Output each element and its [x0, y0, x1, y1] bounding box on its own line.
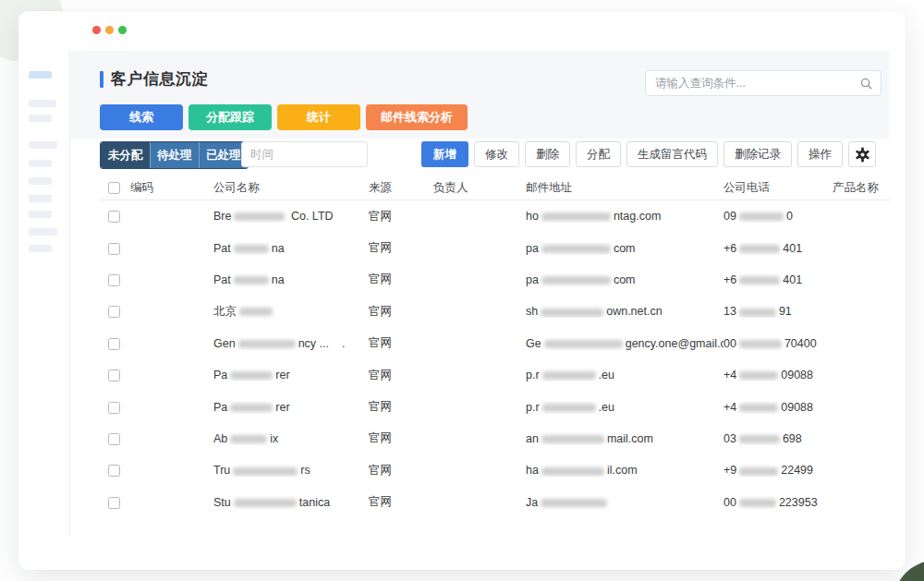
cell-phone: +409088 [723, 401, 833, 414]
status-filter: 未分配待处理已处理 [100, 141, 249, 169]
cell-company: 北京 [213, 304, 369, 320]
delete-button[interactable]: 删除 [525, 141, 570, 167]
window-controls [92, 26, 127, 34]
table-row: Trurs官网hail.com+922499 [100, 454, 890, 486]
sidebar-skeleton [18, 11, 69, 570]
redacted-text [739, 404, 778, 412]
cell-source: 官网 [369, 335, 433, 351]
redacted-text [739, 212, 784, 221]
cell-company: Parer [213, 369, 369, 381]
cell-email: p.r.eu [526, 369, 723, 381]
nav-button-assign-track[interactable]: 分配跟踪 [188, 104, 272, 130]
search-icon[interactable] [859, 77, 873, 91]
column-header: 邮件地址 [526, 180, 723, 196]
sidebar-skeleton-bar [29, 211, 52, 218]
redacted-text [234, 245, 269, 253]
cell-phone: +6401 [723, 242, 833, 255]
add-button[interactable]: 新增 [421, 141, 468, 167]
cell-email: p.r.eu [526, 401, 723, 414]
row-checkbox[interactable] [108, 497, 120, 509]
cell-company: Stutanica [213, 496, 369, 509]
row-checkbox[interactable] [108, 338, 120, 350]
redacted-text [233, 467, 298, 476]
window-close-dot[interactable] [92, 26, 101, 34]
redacted-text [739, 245, 780, 253]
search-input[interactable] [655, 77, 859, 90]
row-checkbox[interactable] [108, 211, 120, 223]
sidebar-skeleton-bar [29, 245, 52, 252]
cell-source: 官网 [369, 304, 433, 320]
select-all-checkbox[interactable] [108, 182, 120, 194]
redacted-text [739, 499, 776, 507]
cell-phone: 090 [723, 210, 833, 223]
redacted-text [739, 467, 778, 476]
cell-phone: +409088 [723, 369, 833, 381]
table-row: 北京官网shown.net.cn1391 [100, 296, 890, 327]
row-checkbox[interactable] [108, 433, 120, 445]
table-row: Patna官网pacom+6401 [100, 232, 890, 263]
cell-phone: 00223953 [723, 496, 833, 509]
row-checkbox[interactable] [108, 243, 120, 255]
search-box [645, 70, 881, 96]
action-buttons: 新增 修改删除分配生成留言代码删除记录操作 [421, 141, 876, 167]
table-body: Bre Co. LTD官网hontag.com090Patna官网pacom+6… [100, 200, 890, 518]
row-checkbox[interactable] [108, 402, 120, 414]
cell-phone: +922499 [723, 464, 833, 477]
cell-email: shown.net.cn [526, 305, 723, 318]
table-row: Stutanica官网Ja00223953 [100, 487, 890, 518]
sidebar-skeleton-bar [29, 160, 52, 167]
title-accent-bar [100, 71, 103, 88]
cell-phone: +6401 [723, 273, 833, 286]
sidebar-skeleton-bar [29, 177, 52, 185]
page-title-row: 客户信息沉淀 [100, 68, 208, 90]
cell-company: Bre Co. LTD [213, 210, 369, 223]
cell-company: Trurs [213, 464, 369, 477]
cell-email: Ja [526, 496, 723, 509]
redacted-text [541, 212, 611, 221]
nav-button-email-analysis[interactable]: 邮件线索分析 [366, 104, 468, 130]
redacted-text [739, 309, 776, 317]
cell-source: 官网 [369, 463, 433, 478]
sidebar-skeleton-bar [29, 100, 56, 107]
operation-button[interactable]: 操作 [797, 141, 843, 167]
nav-button-stats[interactable]: 统计 [277, 104, 360, 130]
redacted-text [230, 435, 267, 443]
window-zoom-dot[interactable] [118, 26, 127, 34]
nav-button-leads[interactable]: 线索 [100, 104, 183, 130]
row-checkbox[interactable] [108, 306, 120, 318]
delete-records-button[interactable]: 删除记录 [723, 141, 792, 167]
redacted-text [541, 467, 604, 476]
data-table: 编码公司名称来源负责人邮件地址公司电话产品名称 Bre Co. LTD官网hon… [100, 176, 890, 518]
table-row: Genncy ....官网Gegency.one@gmail.com007040… [100, 328, 890, 359]
cell-email: anmail.com [526, 432, 723, 445]
sidebar-skeleton-bar [29, 115, 52, 122]
settings-button[interactable] [848, 141, 876, 167]
modify-button[interactable]: 修改 [474, 141, 519, 167]
table-row: Bre Co. LTD官网hontag.com090 [100, 200, 890, 232]
table-header: 编码公司名称来源负责人邮件地址公司电话产品名称 [100, 176, 890, 200]
window-minimize-dot[interactable] [105, 26, 114, 34]
table-row: Parer官网p.r.eu+409088 [100, 391, 890, 422]
cell-source: 官网 [369, 494, 433, 510]
row-checkbox[interactable] [108, 465, 120, 477]
filter-unassigned[interactable]: 未分配 [101, 142, 150, 168]
redacted-text [230, 404, 273, 412]
redacted-text [541, 276, 611, 284]
table-row: Abix官网anmail.com03698 [100, 423, 890, 454]
date-filter-input[interactable] [250, 148, 399, 161]
cell-source: 官网 [369, 209, 433, 224]
redacted-text [739, 276, 780, 284]
gear-icon [855, 147, 870, 163]
column-header: 公司名称 [213, 180, 369, 196]
column-header: 公司电话 [723, 180, 833, 196]
app-window: 客户信息沉淀 线索分配跟踪统计邮件线索分析 未分配待处理已处理 [18, 11, 906, 570]
redacted-text [542, 404, 596, 412]
filter-pending[interactable]: 待处理 [150, 142, 199, 168]
cell-company: Abix [213, 432, 369, 445]
row-checkbox[interactable] [108, 369, 120, 381]
assign-button[interactable]: 分配 [576, 141, 621, 167]
sidebar-skeleton-bar [29, 141, 57, 149]
cell-company: Genncy .... [213, 337, 369, 350]
row-checkbox[interactable] [108, 274, 120, 286]
generate-code-button[interactable]: 生成留言代码 [626, 141, 718, 167]
